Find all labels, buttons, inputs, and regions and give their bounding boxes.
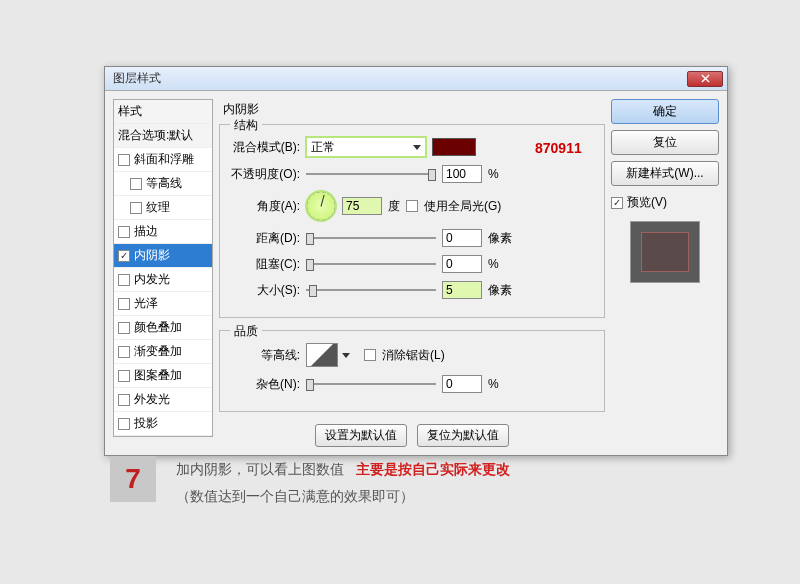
- size-label: 大小(S):: [230, 282, 300, 299]
- style-item-stroke[interactable]: 描边: [114, 220, 212, 244]
- antialias-label: 消除锯齿(L): [382, 347, 445, 364]
- panel-title: 内阴影: [219, 99, 605, 124]
- choke-input[interactable]: 0: [442, 255, 482, 273]
- blend-default-item[interactable]: 混合选项:默认: [114, 124, 212, 148]
- dialog-title: 图层样式: [113, 70, 687, 87]
- make-default-button[interactable]: 设置为默认值: [315, 424, 407, 447]
- distance-slider[interactable]: [306, 231, 436, 245]
- overlay-number: 870911: [535, 140, 582, 156]
- choke-label: 阻塞(C):: [230, 256, 300, 273]
- opacity-unit: %: [488, 167, 499, 181]
- checkbox[interactable]: [118, 226, 130, 238]
- blend-mode-combo[interactable]: 正常: [306, 137, 426, 157]
- tutorial-footer: 7 加内阴影，可以看上图数值 主要是按自己实际来更改 （数值达到一个自己满意的效…: [110, 456, 720, 509]
- checkbox[interactable]: [130, 178, 142, 190]
- style-item-contour[interactable]: 等高线: [114, 172, 212, 196]
- reset-default-button[interactable]: 复位为默认值: [417, 424, 509, 447]
- style-item-outer-glow[interactable]: 外发光: [114, 388, 212, 412]
- styles-header[interactable]: 样式: [114, 100, 212, 124]
- layer-style-dialog: 图层样式 样式 混合选项:默认 斜面和浮雕 等高线 纹理 描边 内阴影 内发光 …: [104, 66, 728, 456]
- checkbox[interactable]: [118, 250, 130, 262]
- chevron-down-icon: [413, 145, 421, 150]
- angle-label: 角度(A):: [230, 198, 300, 215]
- styles-panel: 样式 混合选项:默认 斜面和浮雕 等高线 纹理 描边 内阴影 内发光 光泽 颜色…: [113, 99, 213, 447]
- close-icon: [701, 74, 710, 83]
- opacity-input[interactable]: 100: [442, 165, 482, 183]
- titlebar[interactable]: 图层样式: [105, 67, 727, 91]
- distance-unit: 像素: [488, 230, 512, 247]
- close-button[interactable]: [687, 71, 723, 87]
- distance-input[interactable]: 0: [442, 229, 482, 247]
- checkbox[interactable]: [118, 346, 130, 358]
- checkbox[interactable]: [118, 394, 130, 406]
- angle-input[interactable]: 75: [342, 197, 382, 215]
- contour-label: 等高线:: [230, 347, 300, 364]
- color-swatch[interactable]: [432, 138, 476, 156]
- style-list: 样式 混合选项:默认 斜面和浮雕 等高线 纹理 描边 内阴影 内发光 光泽 颜色…: [113, 99, 213, 437]
- new-style-button[interactable]: 新建样式(W)...: [611, 161, 719, 186]
- checkbox[interactable]: [118, 370, 130, 382]
- preview-label: 预览(V): [627, 194, 667, 211]
- opacity-label: 不透明度(O):: [230, 166, 300, 183]
- ok-button[interactable]: 确定: [611, 99, 719, 124]
- angle-dial[interactable]: [306, 191, 336, 221]
- contour-picker[interactable]: [306, 343, 338, 367]
- checkbox[interactable]: [118, 298, 130, 310]
- footer-text: 加内阴影，可以看上图数值 主要是按自己实际来更改 （数值达到一个自己满意的效果即…: [176, 456, 510, 509]
- right-panel: 确定 复位 新建样式(W)... 预览(V): [611, 99, 719, 447]
- choke-unit: %: [488, 257, 499, 271]
- style-item-pattern-overlay[interactable]: 图案叠加: [114, 364, 212, 388]
- style-item-bevel[interactable]: 斜面和浮雕: [114, 148, 212, 172]
- chevron-down-icon[interactable]: [342, 353, 350, 358]
- antialias-checkbox[interactable]: [364, 349, 376, 361]
- size-unit: 像素: [488, 282, 512, 299]
- style-item-texture[interactable]: 纹理: [114, 196, 212, 220]
- style-item-satin[interactable]: 光泽: [114, 292, 212, 316]
- noise-label: 杂色(N):: [230, 376, 300, 393]
- structure-legend: 结构: [230, 117, 262, 134]
- style-item-gradient-overlay[interactable]: 渐变叠加: [114, 340, 212, 364]
- distance-label: 距离(D):: [230, 230, 300, 247]
- quality-group: 品质 等高线: 消除锯齿(L) 杂色(N): 0 %: [219, 330, 605, 412]
- blend-mode-label: 混合模式(B):: [230, 139, 300, 156]
- style-item-inner-shadow[interactable]: 内阴影: [114, 244, 212, 268]
- checkbox[interactable]: [118, 154, 130, 166]
- noise-slider[interactable]: [306, 377, 436, 391]
- style-item-inner-glow[interactable]: 内发光: [114, 268, 212, 292]
- global-light-label: 使用全局光(G): [424, 198, 501, 215]
- preview-checkbox[interactable]: [611, 197, 623, 209]
- caption-line2: （数值达到一个自己满意的效果即可）: [176, 483, 510, 510]
- checkbox[interactable]: [118, 418, 130, 430]
- checkbox[interactable]: [118, 322, 130, 334]
- noise-unit: %: [488, 377, 499, 391]
- caption-part1: 加内阴影，可以看上图数值: [176, 456, 344, 483]
- checkbox[interactable]: [130, 202, 142, 214]
- noise-input[interactable]: 0: [442, 375, 482, 393]
- opacity-slider[interactable]: [306, 167, 436, 181]
- preview-thumbnail: [630, 221, 700, 283]
- checkbox[interactable]: [118, 274, 130, 286]
- caption-emphasis: 主要是按自己实际来更改: [356, 456, 510, 483]
- size-slider[interactable]: [306, 283, 436, 297]
- quality-legend: 品质: [230, 323, 262, 340]
- step-badge: 7: [110, 456, 156, 502]
- style-item-drop-shadow[interactable]: 投影: [114, 412, 212, 436]
- choke-slider[interactable]: [306, 257, 436, 271]
- reset-button[interactable]: 复位: [611, 130, 719, 155]
- dialog-body: 样式 混合选项:默认 斜面和浮雕 等高线 纹理 描边 内阴影 内发光 光泽 颜色…: [105, 91, 727, 455]
- size-input[interactable]: 5: [442, 281, 482, 299]
- global-light-checkbox[interactable]: [406, 200, 418, 212]
- style-item-color-overlay[interactable]: 颜色叠加: [114, 316, 212, 340]
- angle-unit: 度: [388, 198, 400, 215]
